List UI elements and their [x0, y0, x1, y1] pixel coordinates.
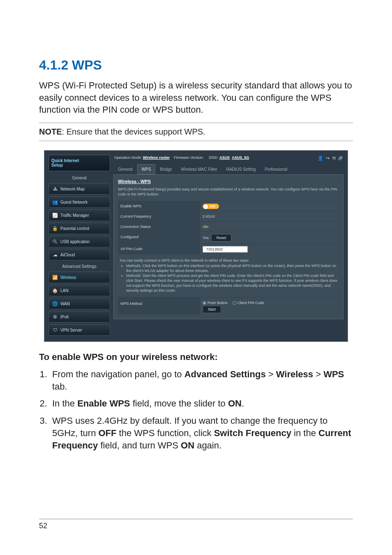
logout-icon[interactable]: ↪ — [326, 156, 330, 161]
wireless-icon: 📶 — [52, 274, 58, 280]
radio-icon — [233, 301, 236, 305]
ap-pin-code-label: AP PIN Code — [118, 244, 200, 255]
radio-push-button[interactable]: Push Button — [203, 301, 228, 305]
method2-text: Method2: Start the client WPS process an… — [126, 273, 337, 293]
cloud-icon: ☁ — [52, 252, 58, 258]
shield-icon: 🛡 — [52, 327, 58, 333]
nav-advanced-head: Advanced Settings — [48, 262, 110, 272]
step-bold: WPS — [323, 369, 344, 379]
step-text: tab. — [52, 381, 67, 392]
lan-icon: 🏠 — [52, 288, 58, 293]
radio-label: Client PIN Code — [238, 301, 264, 305]
radio-client-pin[interactable]: Client PIN Code — [233, 301, 264, 305]
instructions-heading: To enable WPS on your wireless network: — [39, 352, 353, 362]
sidebar-item-aicloud[interactable]: ☁AiCloud — [48, 249, 110, 260]
note-label: NOTE — [39, 127, 62, 136]
sidebar-item-lan[interactable]: 🏠LAN — [48, 285, 110, 296]
note-box: NOTE: Ensure that the devices support WP… — [39, 123, 353, 141]
tab-professional[interactable]: Professional — [260, 164, 292, 174]
help-icon[interactable]: 🗗 — [338, 156, 343, 161]
sidebar-item-ipv6[interactable]: ⚙IPv6 — [48, 311, 110, 323]
steps-list: From the navigation panel, go to Advance… — [39, 368, 353, 451]
tab-bridge[interactable]: Bridge — [155, 164, 176, 174]
panel-title: Wireless - WPS — [118, 179, 339, 184]
step-bold: Switch Frequency — [214, 428, 291, 438]
sidebar-item-wan[interactable]: 🌐WAN — [48, 298, 110, 309]
fw-label: Firmware Version: — [174, 156, 204, 160]
sidebar-item-label: Guest Network — [60, 200, 88, 204]
page-footer: 52 — [39, 519, 353, 530]
sidebar-item-label: Parental control — [60, 226, 89, 231]
step-bold: ON — [228, 398, 242, 409]
step-text: > — [313, 369, 323, 379]
guest-icon: 👥 — [52, 199, 58, 205]
current-frequency-label: Current Frequency — [118, 211, 200, 221]
opmode-value[interactable]: Wireless router — [143, 156, 170, 160]
nav-general-head: General — [48, 174, 110, 183]
ssid-label: SSID: — [209, 156, 219, 160]
reset-button[interactable]: Reset — [211, 234, 232, 242]
qis-button[interactable]: Quick Internet Setup — [48, 155, 110, 171]
step-text: field, and turn WPS — [98, 440, 181, 451]
globe-icon: 🌐 — [52, 301, 58, 307]
usb-icon: 🔌 — [52, 239, 58, 244]
sidebar-item-vpn-server[interactable]: 🛡VPN Server — [48, 324, 110, 336]
sidebar-item-usb-application[interactable]: 🔌USB application — [48, 236, 110, 247]
step-text: the WPS function, click — [116, 428, 214, 438]
qis-line1: Quick Internet — [51, 158, 79, 163]
step-text: From the navigation panel, go to — [52, 369, 184, 379]
configured-label: Configured — [118, 232, 200, 244]
traffic-icon: 📈 — [52, 212, 58, 218]
step-text: field, move the slider to — [130, 398, 228, 409]
step-bold: OFF — [98, 428, 116, 438]
methods-head: You can easily connect a WPS client to t… — [120, 258, 337, 263]
opmode-label: Operation Mode: — [114, 156, 142, 160]
step-bold: Enable WPS — [77, 398, 130, 409]
enable-wps-label: Enable WPS — [118, 201, 200, 211]
sidebar-item-label: AiCloud — [60, 253, 75, 257]
gear-icon: ⚙ — [52, 314, 58, 320]
sidebar-item-label: Traffic Manager — [60, 213, 89, 218]
sidebar-item-label: VPN Server — [60, 328, 82, 332]
step-bold: Advanced Settings — [184, 369, 266, 379]
intro-paragraph: WPS (Wi-Fi Protected Setup) is a wireles… — [39, 79, 353, 116]
refresh-icon[interactable]: ⟲ — [332, 156, 336, 161]
current-frequency-value: 2.4GHz — [200, 211, 339, 221]
enable-wps-switch[interactable]: ON — [203, 204, 219, 209]
qis-line2: Setup — [51, 163, 63, 167]
sidebar-item-label: LAN — [60, 288, 68, 293]
sidebar-item-wireless[interactable]: 📶Wireless — [48, 272, 110, 283]
step-text: . — [242, 398, 244, 409]
method1-text: Method1: Click the WPS button on this in… — [126, 263, 337, 273]
ap-pin-code-value: 72013502 — [203, 246, 248, 253]
sidebar-item-traffic-manager[interactable]: 📈Traffic Manager — [48, 209, 110, 221]
network-icon: 🖧 — [52, 186, 58, 192]
sidebar-item-guest-network[interactable]: 👥Guest Network — [48, 196, 110, 208]
sidebar-item-label: Wireless — [60, 275, 76, 280]
sidebar-item-label: Network Map — [60, 187, 85, 191]
sidebar-item-parental-control[interactable]: 🔒Parental control — [48, 223, 110, 234]
tab-radius[interactable]: RADIUS Setting — [222, 164, 261, 174]
wps-method-label: WPS Method — [118, 297, 200, 315]
connection-status-label: Connection Status — [118, 222, 200, 232]
sidebar-item-label: IPv6 — [60, 315, 69, 319]
tab-wps[interactable]: WPS — [137, 164, 156, 174]
tab-mac-filter[interactable]: Wireless MAC Filter — [176, 164, 221, 174]
step-text: again. — [194, 440, 221, 451]
start-button[interactable]: Start — [203, 306, 221, 313]
ssid2: ASUS_5G — [232, 156, 249, 160]
ssid1: ASUS — [219, 156, 230, 160]
connection-status-value: Idle — [200, 222, 339, 232]
router-screenshot: Quick Internet Setup General 🖧Network Ma… — [44, 150, 348, 342]
step-text: in the — [291, 428, 318, 438]
step-2: In the Enable WPS field, move the slider… — [50, 397, 353, 410]
sidebar-item-label: WAN — [60, 302, 70, 306]
sidebar-item-network-map[interactable]: 🖧Network Map — [48, 183, 110, 195]
step-3: WPS uses 2.4GHz by default. If you want … — [50, 415, 353, 451]
user-icon[interactable]: 👤 — [318, 156, 323, 161]
step-text: > — [266, 369, 276, 379]
step-text: In the — [52, 398, 77, 409]
configured-value: Yes — [203, 236, 209, 240]
page-number: 52 — [39, 522, 47, 530]
tab-general[interactable]: General — [113, 164, 137, 174]
